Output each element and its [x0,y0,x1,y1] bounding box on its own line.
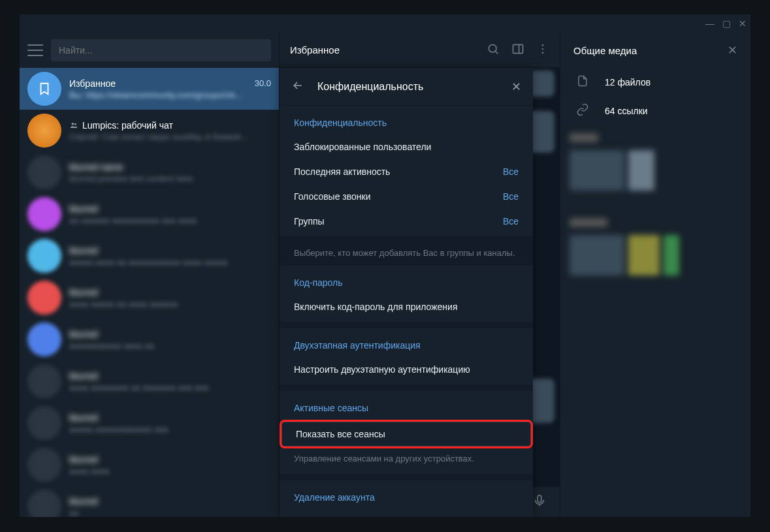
section-deletion-header: Удаление аккаунта [280,486,533,509]
chat-header: Избранное [280,33,560,68]
chat-preview: Вы: https://steamcommunity.com/groups/mk… [69,90,271,100]
section-twofa-header: Двухэтапная аутентификация [280,334,533,357]
chat-item[interactable]: blurredaaaa aaaaaaaa aa aaaaaaa aaa aaa [20,360,279,402]
chat-preview: aa aaaaaa aaaaaaaaaa aaa aaaa [69,215,271,225]
chat-preview: aaaa aaaaaaaa aa aaaaaaa aaa aaa [69,383,271,392]
avatar [27,448,61,482]
avatar [27,490,61,517]
item-last-activity[interactable]: Последняя активность Все [280,159,533,184]
right-panel-title: Общие медиа [573,45,637,56]
media-files-row[interactable]: 12 файлов [560,68,750,97]
chat-item[interactable]: blurredaaaaa aaaaaaaaaaaa aaa [20,402,279,444]
right-panel-header: Общие медиа ✕ [560,33,750,68]
chat-title: blurred [69,496,98,507]
section-sessions: Активные сеансы Показать все сеансы Упра… [280,391,533,480]
link-icon [576,103,589,119]
item-show-all-sessions[interactable]: Показать все сеансы [280,420,533,448]
chat-item[interactable]: Избранное30.0Вы: https://steamcommunity.… [20,68,279,110]
svg-rect-4 [513,44,523,53]
chat-item[interactable]: blurredaa aaaaaa aaaaaaaaaa aaa aaaa [20,193,279,235]
more-menu-icon[interactable] [536,42,549,58]
settings-body[interactable]: Конфиденциальность Заблокированные польз… [280,106,533,517]
section-passcode: Код-пароль Включить код-пароль для прило… [280,266,533,328]
chat-title: blurred [69,329,98,339]
left-column: Избранное30.0Вы: https://steamcommunity.… [20,33,280,517]
chat-title: blurred [69,413,98,423]
privacy-desc: Выберите, кто может добавлять Вас в груп… [280,243,533,266]
minimize-icon[interactable]: — [705,18,714,29]
maximize-icon[interactable]: ▢ [722,18,731,29]
right-panel: Общие медиа ✕ 12 файлов 64 ссылки [560,33,750,517]
svg-point-2 [489,44,496,52]
svg-point-6 [542,44,544,46]
avatar [27,114,61,148]
item-voice-calls[interactable]: Голосовые звонки Все [280,184,533,209]
chat-preview: Сергей: Сам попал такую ошибку, в боевой… [69,132,271,142]
main-layout: Избранное30.0Вы: https://steamcommunity.… [20,33,750,517]
media-files-label: 12 файлов [605,77,650,87]
chat-title: blurred [69,287,98,298]
window-titlebar: — ▢ ✕ [20,14,750,33]
media-links-row[interactable]: 64 ссылки [560,97,750,125]
settings-panel: Конфиденциальность ✕ Конфиденциальность … [280,68,533,517]
chat-item[interactable]: blurredaa [20,486,279,517]
item-enable-passcode[interactable]: Включить код-пароль для приложения [280,294,533,319]
chat-title: blurred name [69,162,123,172]
avatar [27,72,61,106]
chat-preview: aaaa aaaa [69,466,271,476]
avatar [27,406,61,440]
chat-item[interactable]: blurred nameblurred preview text content… [20,151,279,193]
file-icon [576,74,589,90]
avatar [27,197,61,231]
back-arrow-icon[interactable] [291,79,304,95]
chat-date: 30.0 [255,78,271,88]
close-window-icon[interactable]: ✕ [739,18,746,29]
chat-item[interactable]: Lumpics: рабочий чатСергей: Сам попал та… [20,110,279,151]
menu-hamburger-icon[interactable] [27,44,43,56]
svg-point-7 [542,48,544,50]
microphone-icon[interactable] [532,493,547,510]
close-panel-icon[interactable]: ✕ [728,43,737,57]
settings-header: Конфиденциальность ✕ [280,68,533,106]
search-row [20,33,279,68]
chat-item[interactable]: blurredaaaa aaaa [20,444,279,486]
avatar [27,322,61,356]
item-setup-twofa[interactable]: Настроить двухэтапную аутентификацию [280,357,533,382]
avatar [27,155,61,189]
chat-title: blurred [69,245,98,256]
svg-rect-12 [537,495,541,503]
section-deletion: Удаление аккаунта [280,480,533,512]
section-privacy-header: Конфиденциальность [280,111,533,134]
chat-preview: blurred preview text content here [69,174,271,183]
chat-title: blurred [69,454,98,465]
chat-preview: aa [69,508,271,518]
chat-title: Избранное [69,78,116,89]
chat-item[interactable]: blurredaaaaaaaaaaa aaaa aa [20,319,279,360]
media-links-label: 64 ссылки [605,106,648,116]
avatar [27,364,61,398]
section-sessions-header: Активные сеансы [280,396,533,420]
media-grid [560,125,750,283]
chat-preview: aaaa aaaaa aa aaaa aaaaaa [69,299,271,309]
avatar [27,281,61,315]
section-privacy: Конфиденциальность Заблокированные польз… [280,106,533,243]
close-settings-icon[interactable]: ✕ [511,80,521,94]
sidebar-toggle-icon[interactable] [511,42,524,58]
svg-line-3 [496,51,498,54]
chat-list[interactable]: Избранное30.0Вы: https://steamcommunity.… [20,68,279,517]
svg-point-1 [74,123,76,125]
item-groups[interactable]: Группы Все [280,209,533,234]
chat-preview: aaaaaaaaaaa aaaa aa [69,341,271,351]
chat-item[interactable]: blurredaaaa aaaaa aa aaaa aaaaaa [20,277,279,319]
svg-point-0 [72,122,74,125]
app-window: — ▢ ✕ Избранное30.0Вы: https://steamcomm… [20,14,750,517]
search-input[interactable] [51,39,271,61]
search-chat-icon[interactable] [487,42,500,58]
item-blocked-users[interactable]: Заблокированные пользователи [280,134,533,159]
chat-item[interactable]: blurredaaaaa aaaa aa aaaaaaaaaaa aaaa aa… [20,235,279,277]
chat-header-title: Избранное [290,44,475,55]
chat-preview: aaaaa aaaa aa aaaaaaaaaaa aaaa aaaaa [69,257,271,267]
avatar [27,239,61,273]
svg-point-8 [542,52,544,54]
chat-title: Lumpics: рабочий чат [69,120,173,131]
